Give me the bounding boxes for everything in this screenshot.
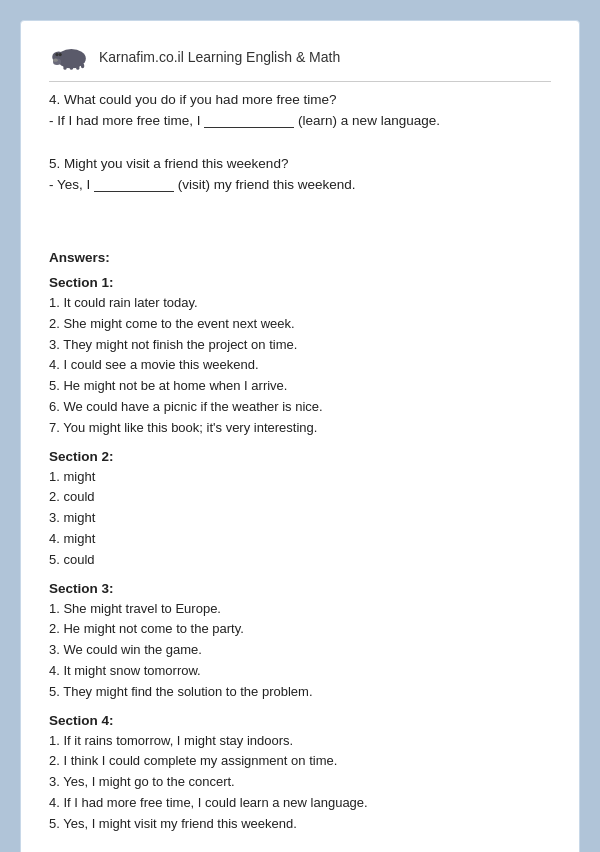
list-item: 7. You might like this book; it's very i… <box>49 418 551 439</box>
header-title: Karnafim.co.il Learning English & Math <box>99 49 340 65</box>
svg-rect-9 <box>81 63 84 68</box>
list-item: 1. If it rains tomorrow, I might stay in… <box>49 731 551 752</box>
svg-point-3 <box>55 53 58 56</box>
list-item: 2. She might come to the event next week… <box>49 314 551 335</box>
section-3-label: Section 3: <box>49 581 551 596</box>
question-4-text: 4. What could you do if you had more fre… <box>49 92 551 107</box>
list-item: 4. If I had more free time, I could lear… <box>49 793 551 814</box>
list-item: 1. It could rain later today. <box>49 293 551 314</box>
svg-point-5 <box>53 59 58 62</box>
question-5-answer-line: - Yes, I (visit) my friend this weekend. <box>49 177 551 192</box>
hippo-icon <box>49 41 89 73</box>
section-4-label: Section 4: <box>49 713 551 728</box>
list-item: 1. She might travel to Europe. <box>49 599 551 620</box>
section-2-label: Section 2: <box>49 449 551 464</box>
list-item: 2. I think I could complete my assignmen… <box>49 751 551 772</box>
list-item: 3. We could win the game. <box>49 640 551 661</box>
blank-5[interactable] <box>94 178 174 192</box>
list-item: 5. could <box>49 550 551 571</box>
list-item: 4. It might snow tomorrow. <box>49 661 551 682</box>
list-item: 3. They might not finish the project on … <box>49 335 551 356</box>
blank-4[interactable] <box>204 114 294 128</box>
list-item: 5. They might find the solution to the p… <box>49 682 551 703</box>
list-item: 6. We could have a picnic if the weather… <box>49 397 551 418</box>
svg-rect-7 <box>70 65 73 70</box>
question-4-answer-line: - If I had more free time, I (learn) a n… <box>49 113 551 128</box>
list-item: 3. might <box>49 508 551 529</box>
question-4-section: 4. What could you do if you had more fre… <box>49 92 551 128</box>
section-3-items: 1. She might travel to Europe. 2. He mig… <box>49 599 551 703</box>
list-item: 2. He might not come to the party. <box>49 619 551 640</box>
svg-rect-6 <box>63 65 66 70</box>
page: Karnafim.co.il Learning English & Math 4… <box>20 20 580 852</box>
list-item: 1. might <box>49 467 551 488</box>
list-item: 5. Yes, I might visit my friend this wee… <box>49 814 551 835</box>
list-item: 3. Yes, I might go to the concert. <box>49 772 551 793</box>
list-item: 2. could <box>49 487 551 508</box>
answers-title: Answers: <box>49 250 551 265</box>
svg-rect-8 <box>76 65 79 70</box>
list-item: 5. He might not be at home when I arrive… <box>49 376 551 397</box>
section-1-label: Section 1: <box>49 275 551 290</box>
header: Karnafim.co.il Learning English & Math <box>49 41 551 82</box>
answers-section: Answers: Section 1: 1. It could rain lat… <box>49 250 551 835</box>
list-item: 4. might <box>49 529 551 550</box>
list-item: 4. I could see a movie this weekend. <box>49 355 551 376</box>
section-2-items: 1. might 2. could 3. might 4. might 5. c… <box>49 467 551 571</box>
question-5-text: 5. Might you visit a friend this weekend… <box>49 156 551 171</box>
section-4-items: 1. If it rains tomorrow, I might stay in… <box>49 731 551 835</box>
section-1-items: 1. It could rain later today. 2. She mig… <box>49 293 551 439</box>
svg-point-4 <box>59 53 62 56</box>
question-5-section: 5. Might you visit a friend this weekend… <box>49 156 551 192</box>
